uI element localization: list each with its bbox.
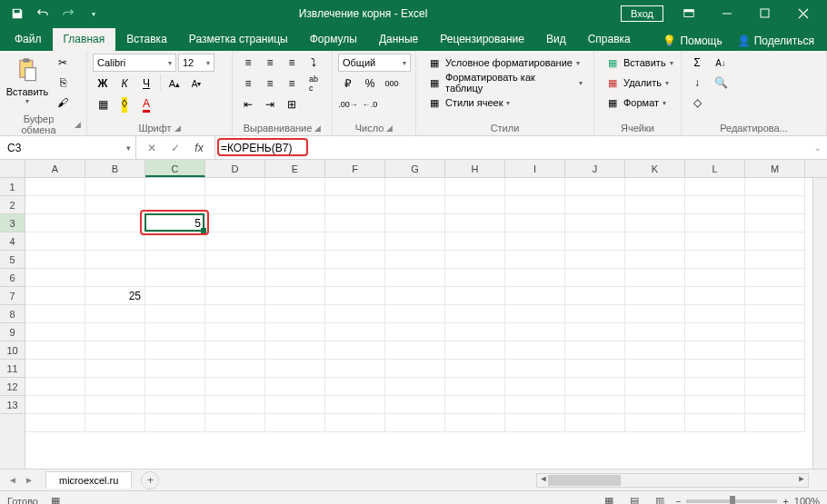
cell[interactable] [385, 396, 445, 414]
cell[interactable] [505, 251, 565, 269]
hscroll-thumb[interactable] [548, 475, 621, 486]
sheet-tab[interactable]: microexcel.ru [45, 471, 132, 489]
cell[interactable] [205, 360, 265, 378]
col-header-H[interactable]: H [445, 160, 505, 177]
row-header-1[interactable]: 1 [0, 178, 25, 196]
cell[interactable] [445, 360, 505, 378]
cell[interactable] [325, 414, 385, 432]
cell[interactable] [145, 251, 205, 269]
cell[interactable] [325, 178, 385, 196]
cell[interactable] [85, 196, 145, 214]
minimize-icon[interactable] [709, 1, 745, 26]
row-header-11[interactable]: 11 [0, 360, 25, 378]
cell[interactable] [625, 414, 685, 432]
cell[interactable] [325, 214, 385, 232]
fx-icon[interactable]: fx [187, 137, 211, 159]
cell[interactable] [265, 396, 325, 414]
cell[interactable] [325, 323, 385, 341]
formula-input[interactable] [221, 136, 803, 159]
cell[interactable] [25, 251, 85, 269]
cell[interactable] [625, 341, 685, 360]
cell[interactable] [265, 196, 325, 214]
cell[interactable] [325, 360, 385, 378]
cell[interactable] [445, 269, 505, 287]
save-icon[interactable] [5, 2, 29, 25]
cell[interactable] [385, 251, 445, 269]
cell[interactable] [745, 178, 805, 196]
decrease-decimal-icon[interactable]: ←.0 [360, 95, 380, 114]
fill-icon[interactable]: ↓ [687, 74, 707, 92]
cell[interactable] [625, 251, 685, 269]
cell[interactable] [505, 323, 565, 341]
cell[interactable] [25, 305, 85, 323]
cell[interactable] [505, 414, 565, 432]
row-header-7[interactable]: 7 [0, 287, 25, 305]
cell[interactable] [205, 287, 265, 305]
decrease-font-icon[interactable]: A▾ [186, 74, 206, 93]
row-header-12[interactable]: 12 [0, 378, 25, 396]
cell[interactable] [505, 360, 565, 378]
cell-C3[interactable]: 5 [145, 214, 205, 232]
col-header-C[interactable]: C [145, 160, 205, 177]
cell[interactable] [325, 396, 385, 414]
col-header-E[interactable]: E [265, 160, 325, 177]
cell[interactable] [85, 214, 145, 232]
cell[interactable] [25, 232, 85, 251]
tab-data[interactable]: Данные [368, 28, 429, 51]
cell[interactable] [205, 196, 265, 214]
clear-icon[interactable]: ◇ [687, 94, 707, 112]
align-middle-icon[interactable]: ≡ [260, 54, 280, 72]
find-icon[interactable]: 🔍 [711, 74, 731, 92]
tab-view[interactable]: Вид [535, 28, 577, 51]
zoom-slider[interactable] [686, 499, 777, 503]
align-top-icon[interactable]: ≡ [238, 54, 258, 72]
cell[interactable] [85, 178, 145, 196]
cut-icon[interactable]: ✂ [53, 54, 73, 72]
tab-home[interactable]: Главная [53, 28, 116, 51]
cell[interactable] [265, 360, 325, 378]
cell[interactable] [745, 196, 805, 214]
cell[interactable] [385, 269, 445, 287]
cell[interactable] [565, 269, 625, 287]
align-left-icon[interactable]: ≡ [238, 74, 258, 93]
tab-insert[interactable]: Вставка [115, 28, 178, 51]
cell[interactable] [745, 414, 805, 432]
col-header-M[interactable]: M [745, 160, 805, 177]
cell[interactable] [445, 341, 505, 360]
cell[interactable] [325, 341, 385, 360]
login-button[interactable]: Вход [621, 5, 663, 22]
hscroll-right-icon[interactable]: ► [795, 474, 808, 487]
conditional-format-button[interactable]: ▦Условное форматирование▾ [422, 54, 585, 72]
cell[interactable] [385, 323, 445, 341]
select-all-corner[interactable] [0, 160, 25, 177]
cell[interactable] [85, 396, 145, 414]
autosum-icon[interactable]: Σ [687, 54, 707, 72]
row-header-4[interactable]: 4 [0, 232, 25, 251]
enter-formula-icon[interactable]: ✓ [164, 137, 187, 159]
cell[interactable] [445, 378, 505, 396]
cell-B7[interactable]: 25 [85, 287, 145, 305]
cell[interactable] [85, 378, 145, 396]
cell[interactable] [505, 287, 565, 305]
pagelayout-view-icon[interactable]: ▤ [624, 493, 644, 505]
cell[interactable] [685, 232, 745, 251]
cell[interactable] [625, 196, 685, 214]
increase-decimal-icon[interactable]: .00→ [338, 95, 358, 114]
cell[interactable] [445, 323, 505, 341]
cell[interactable] [145, 323, 205, 341]
align-right-icon[interactable]: ≡ [282, 74, 302, 93]
cell[interactable] [145, 269, 205, 287]
cell[interactable] [265, 232, 325, 251]
cell[interactable] [205, 396, 265, 414]
font-color-icon[interactable]: A [136, 95, 156, 114]
cell[interactable] [385, 378, 445, 396]
cell[interactable] [25, 214, 85, 232]
cell[interactable] [85, 251, 145, 269]
zoom-in-icon[interactable]: + [782, 496, 788, 505]
format-painter-icon[interactable]: 🖌 [53, 94, 73, 112]
cell[interactable] [445, 305, 505, 323]
cell[interactable] [745, 251, 805, 269]
ribbon-display-icon[interactable] [671, 1, 707, 26]
cell[interactable] [625, 269, 685, 287]
cell[interactable] [25, 341, 85, 360]
